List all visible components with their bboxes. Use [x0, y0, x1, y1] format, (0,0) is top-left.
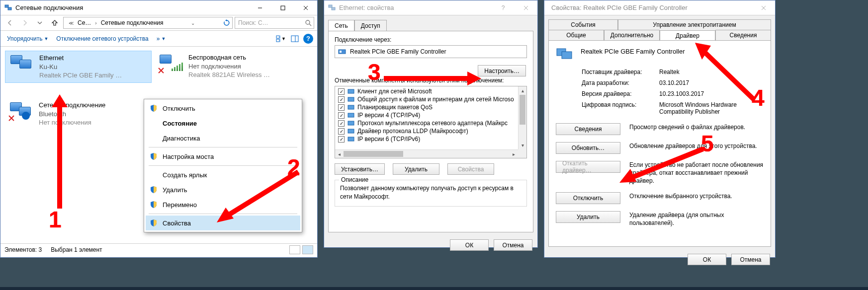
install-button[interactable]: Установить… — [335, 163, 385, 175]
preview-pane-button[interactable] — [289, 33, 300, 44]
scroll-thumb[interactable] — [520, 95, 525, 125]
scroll-up-icon[interactable]: ▴ — [519, 86, 527, 95]
titlebar[interactable]: Ethernet: свойства ? — [324, 0, 537, 15]
connection-bluetooth[interactable]: Сетевое подключение Bluetooth Нет подклю… — [5, 98, 152, 131]
adapter-icon — [338, 48, 346, 55]
close-button[interactable] — [752, 0, 775, 15]
info-key: Дата разработки: — [582, 79, 659, 86]
breadcrumb-part[interactable]: Се… — [77, 18, 92, 27]
scroll-left-icon[interactable]: ◂ — [335, 150, 344, 158]
info-row: Цифровая подпись:Microsoft Windows Hardw… — [556, 101, 764, 115]
driver-action-row: Отключить Отключение выбранного устройст… — [556, 192, 764, 204]
checkbox[interactable]: ✓ — [338, 112, 345, 119]
svg-rect-28 — [348, 137, 354, 141]
chevron-icon: ≪ — [68, 20, 75, 26]
help-button[interactable]: ? — [492, 0, 515, 15]
connect-via-label: Подключение через: — [335, 36, 527, 43]
checkbox[interactable]: ✓ — [338, 88, 345, 95]
cancel-button[interactable]: Отмена — [494, 239, 532, 251]
component-item[interactable]: ✓ Клиент для сетей Microsoft — [335, 87, 526, 95]
connection-wifi[interactable]: Беспроводная сеть Нет подключения Realte… — [155, 51, 301, 83]
connection-ethernet[interactable]: Ethernet Ku-Ku Realtek PCIe GBE Family … — [5, 51, 152, 83]
component-item[interactable]: ✓ IP версии 4 (TCP/IPv4) — [335, 111, 526, 119]
components-label: Отмеченные компоненты используются этим … — [335, 77, 527, 84]
component-label: Драйвер протокола LLDP (Майкрософт) — [357, 128, 468, 135]
tab-general[interactable]: Общие — [548, 30, 604, 40]
organize-button[interactable]: Упорядочить▼ — [4, 34, 51, 44]
horizontal-scrollbar[interactable]: ◂ ▸ — [335, 149, 518, 158]
more-commands-button[interactable]: »▼ — [154, 34, 169, 44]
ctx-diagnostics[interactable]: Диагностика — [146, 131, 300, 145]
scroll-right-icon[interactable]: ▸ — [510, 150, 518, 158]
minimize-button[interactable] — [249, 0, 271, 15]
search-placeholder: Поиск: С… — [238, 19, 268, 26]
vertical-scrollbar[interactable]: ▴ ▾ — [518, 86, 526, 149]
scroll-thumb[interactable] — [344, 151, 403, 157]
component-item[interactable]: ✓ IP версии 6 (TCP/IPv6) — [335, 135, 526, 143]
dialog-footer: ОК Отмена — [324, 236, 537, 254]
tab-network[interactable]: Сеть — [328, 20, 354, 31]
description-group: Описание Позволяет данному компьютеру по… — [335, 180, 527, 207]
info-value: 10.23.1003.2017 — [659, 90, 764, 97]
tab-access[interactable]: Доступ — [354, 20, 387, 31]
driver-action-button[interactable]: Отключить — [556, 192, 620, 204]
ctx-shortcut[interactable]: Создать ярлык — [146, 167, 300, 182]
driver-action-button[interactable]: Сведения — [556, 123, 620, 135]
recent-locations-button[interactable] — [33, 17, 46, 29]
driver-action-button[interactable]: Откатить драйвер… — [556, 161, 620, 173]
component-item[interactable]: ✓ Протокол мультиплексора сетевого адапт… — [335, 119, 526, 127]
maximize-button[interactable] — [271, 0, 294, 15]
help-button[interactable]: ? — [303, 34, 313, 44]
component-item[interactable]: ✓ Общий доступ к файлам и принтерам для … — [335, 95, 526, 103]
component-item[interactable]: ✓ Планировщик пакетов QoS — [335, 103, 526, 111]
search-input[interactable]: Поиск: С… — [235, 17, 314, 29]
ctx-properties[interactable]: Свойства — [146, 216, 300, 230]
driver-action-desc: Удаление драйвера (для опытных пользоват… — [629, 211, 764, 227]
tab-driver[interactable]: Драйвер — [660, 30, 715, 41]
checkbox[interactable]: ✓ — [338, 104, 345, 111]
dropdown-icon[interactable]: ⌄ — [191, 20, 195, 26]
close-button[interactable] — [515, 0, 537, 15]
ctx-rename[interactable]: Переимено — [146, 197, 300, 212]
close-button[interactable] — [294, 0, 317, 15]
scroll-down-icon[interactable]: ▾ — [519, 141, 527, 149]
breadcrumb-part[interactable]: Сетевые подключения — [100, 18, 165, 27]
up-button[interactable] — [48, 17, 61, 29]
tab-events[interactable]: События — [548, 19, 618, 30]
cancel-button[interactable]: Отмена — [731, 254, 770, 265]
refresh-icon[interactable] — [223, 19, 230, 26]
disable-device-button[interactable]: Отключение сетевого устройства — [54, 34, 151, 44]
driver-action-button[interactable]: Удалить — [556, 211, 620, 223]
checkbox[interactable]: ✓ — [338, 136, 345, 143]
properties-button[interactable]: Свойства — [447, 163, 494, 175]
forward-button[interactable] — [18, 17, 31, 29]
checkbox[interactable]: ✓ — [338, 120, 345, 127]
tab-advanced[interactable]: Дополнительно — [604, 30, 660, 40]
checkbox[interactable]: ✓ — [338, 128, 345, 135]
component-label: Планировщик пакетов QoS — [357, 104, 433, 111]
view-details-button[interactable] — [289, 245, 300, 254]
checkbox[interactable]: ✓ — [338, 96, 345, 103]
configure-button[interactable]: Настроить… — [478, 65, 526, 76]
ctx-delete[interactable]: Удалить — [146, 182, 300, 197]
svg-rect-17 — [332, 7, 335, 10]
ctx-bridge[interactable]: Настройка моста — [146, 149, 300, 164]
driver-action-button[interactable]: Обновить… — [556, 142, 620, 154]
svg-point-8 — [306, 20, 310, 24]
window-title: Сетевые подключения — [15, 4, 249, 11]
ctx-disable[interactable]: Отключить — [146, 101, 300, 116]
titlebar[interactable]: Свойства: Realtek PCIe GBE Family Contro… — [544, 0, 775, 15]
breadcrumb-box[interactable]: ≪ Се… › Сетевые подключения ⌄ — [63, 17, 233, 29]
ok-button[interactable]: ОК — [688, 254, 726, 265]
titlebar[interactable]: Сетевые подключения — [0, 0, 317, 15]
ok-button[interactable]: ОК — [450, 239, 489, 251]
back-button[interactable] — [3, 17, 16, 29]
ctx-status[interactable]: Состояние — [146, 116, 300, 131]
view-thumbs-button[interactable]: ▼ — [275, 33, 286, 44]
tab-details[interactable]: Сведения — [715, 30, 771, 40]
remove-button[interactable]: Удалить — [393, 163, 439, 175]
component-item[interactable]: ✓ Драйвер протокола LLDP (Майкрософт) — [335, 127, 526, 135]
view-icons-button[interactable] — [302, 245, 313, 254]
tab-power[interactable]: Управление электропитанием — [618, 19, 771, 30]
driver-action-desc: Обновление драйверов для этого устройств… — [629, 142, 764, 150]
